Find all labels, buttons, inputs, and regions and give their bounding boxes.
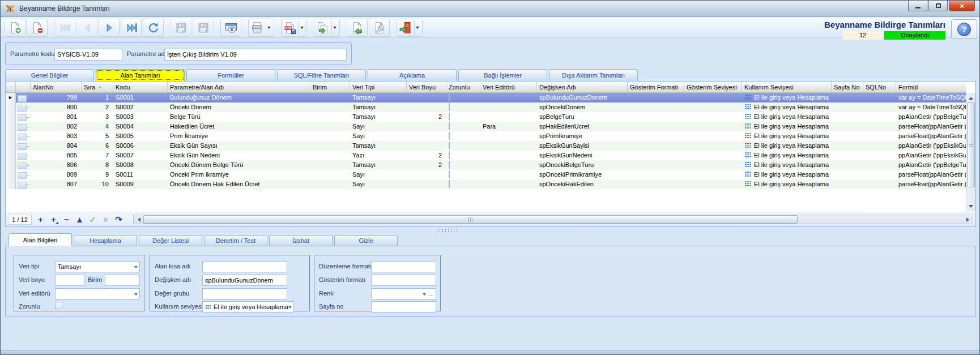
col-header-alan-no[interactable]: AlanNo xyxy=(31,82,82,92)
table-row[interactable]: 8046S0006Eksik Gün SayısıTamsayıspEksikG… xyxy=(6,141,966,151)
navigator-edit-button[interactable]: ▲ xyxy=(73,214,86,225)
zorunlu-checkbox[interactable] xyxy=(449,170,450,178)
veri-tipi-combo[interactable]: Tamsayı xyxy=(55,261,140,272)
col-header-veri-tipi[interactable]: Veri Tipi xyxy=(350,82,407,92)
col-header-veri-boyu[interactable]: Veri Boyu xyxy=(407,82,446,92)
scroll-left-button[interactable] xyxy=(134,215,143,224)
zorunlu-checkbox[interactable] xyxy=(449,132,450,140)
delete-record-button[interactable] xyxy=(27,19,48,37)
zorunlu-checkbox[interactable] xyxy=(449,180,450,188)
gosterim-formati-input[interactable] xyxy=(371,275,436,286)
col-header-sql-no[interactable]: SQLNo xyxy=(863,82,896,92)
kullanim-seviyesi-combo[interactable]: El ile giriş veya Hesaplama xyxy=(202,301,294,313)
table-row[interactable]: 8002S0002Önceki DonemTamsayıspOncekiDone… xyxy=(6,102,966,112)
col-header-gosterim-formati[interactable]: Gösterim Formatı xyxy=(628,82,684,92)
zorunlu-checkbox[interactable] xyxy=(449,122,450,130)
zorunlu-checkbox[interactable] xyxy=(449,113,450,121)
document-tools-button[interactable] xyxy=(369,19,390,37)
col-header-sayfa-no[interactable]: Sayfa No xyxy=(832,82,863,92)
navigator-refresh-button[interactable]: ↷ xyxy=(112,214,125,225)
renk-combo[interactable]: … xyxy=(371,288,436,300)
table-row[interactable]: 80710S0009Önceki Dönem Hak Edilen ÜcretS… xyxy=(6,179,966,189)
scroll-up-button[interactable] xyxy=(966,93,975,102)
tab-aciklama[interactable]: Açıklama xyxy=(368,69,457,81)
table-row[interactable]: ►7991S0001Bulunduğunuz DönemTamsayıspBul… xyxy=(6,93,966,102)
transfer-button[interactable] xyxy=(314,19,340,37)
tab-genel-bilgiler[interactable]: Genel Bilgiler xyxy=(5,69,94,81)
exit-dropdown-arrow[interactable] xyxy=(414,20,420,35)
tab-formuller[interactable]: Formüller xyxy=(186,69,275,81)
table-row[interactable]: 8057S0007Eksik Gün NedeniYazı2spEksikGun… xyxy=(6,151,966,160)
navigator-add-button[interactable]: + xyxy=(34,214,47,225)
duzenleme-formati-input[interactable] xyxy=(371,261,436,272)
tab-disa-aktarim-tanimlari[interactable]: Dışa Aktarım Tanımları xyxy=(549,69,638,81)
col-header-kullanim-seviyesi[interactable]: Kullanım Seviyesi xyxy=(742,82,832,92)
table-row[interactable]: 8024S0004Hakedilen ÜcretSayıParaspHakEdi… xyxy=(6,122,966,131)
zorunlu-checkbox[interactable] xyxy=(449,103,450,111)
detail-tab-alan-bilgileri[interactable]: Alan Bilgileri xyxy=(8,233,72,246)
export-pdf-button[interactable]: PDF xyxy=(281,19,307,37)
detail-tab-denetim-test[interactable]: Denetim / Test xyxy=(204,235,267,246)
navigator-add-child-button[interactable]: + xyxy=(47,214,60,225)
detail-tab-deger-listesi[interactable]: Değer Listesi xyxy=(139,235,202,246)
parameter-name-input[interactable]: İşten Çıkış Bildirim V1.09 xyxy=(164,49,347,61)
vertical-scrollbar-track[interactable] xyxy=(966,187,975,202)
detail-tab-hesaplama[interactable]: Hesaplama xyxy=(74,235,137,246)
horizontal-scrollbar-track[interactable] xyxy=(798,215,963,224)
navigator-cancel-button[interactable]: × xyxy=(99,214,112,225)
scroll-down-button[interactable] xyxy=(966,202,975,211)
birim-input[interactable] xyxy=(105,275,140,286)
deger-grubu-input[interactable] xyxy=(202,288,287,300)
table-row[interactable]: 8068S0008Önceki Dönem Belge TürüTamsayı2… xyxy=(6,160,966,170)
zorunlu-checkbox[interactable] xyxy=(449,93,450,101)
col-header-degisken-adi[interactable]: Değişken Adı xyxy=(537,82,628,92)
splitter-handle[interactable] xyxy=(436,228,458,233)
col-header-gosterim-seviyesi[interactable]: Gösterim Seviyesi xyxy=(684,82,742,92)
table-row[interactable]: 8099S0011Önceki Prim ikramiyeSayıspOncek… xyxy=(6,170,966,179)
col-header-birim[interactable]: Birim xyxy=(310,82,350,92)
navigator-delete-button[interactable]: − xyxy=(60,214,73,225)
table-row[interactable]: 8013S0003Belge TürüTamsayı2spBelgeTuruEl… xyxy=(6,112,966,122)
scroll-right-button[interactable] xyxy=(963,215,973,224)
table-row[interactable]: 8035S0005Prim İkramiyeSayıspPrimIkramiye… xyxy=(6,131,966,141)
parameter-code-input[interactable]: SYSICB-V1.09 xyxy=(54,49,122,61)
export-pdf-dropdown-arrow[interactable] xyxy=(299,20,305,35)
ellipsis-button[interactable]: … xyxy=(428,291,434,297)
tab-sql-filtre-tanimlari[interactable]: SQL/Filtre Tanımları xyxy=(277,69,366,81)
detail-tab-gizle[interactable]: Gizle xyxy=(334,235,398,246)
exit-button[interactable] xyxy=(397,19,423,37)
detail-tab-izahat[interactable]: İzahat xyxy=(269,235,333,246)
print-button[interactable] xyxy=(248,19,274,37)
minimize-button[interactable] xyxy=(908,1,927,11)
zorunlu-checkbox[interactable] xyxy=(449,142,450,149)
vertical-scrollbar[interactable] xyxy=(966,93,975,211)
col-header-veri-editoru[interactable]: Veri Editörü xyxy=(480,82,537,92)
help-button[interactable]: ? xyxy=(951,19,977,39)
alan-kisa-adi-input[interactable] xyxy=(202,261,287,272)
zorunlu-checkbox[interactable] xyxy=(449,161,450,169)
last-record-button[interactable] xyxy=(121,19,142,37)
vertical-scrollbar-thumb[interactable] xyxy=(967,102,975,187)
import-button[interactable] xyxy=(347,19,368,37)
veri-editoru-combo[interactable] xyxy=(55,288,140,300)
tab-bagli-islemler[interactable]: Bağlı İşlemler xyxy=(458,69,547,81)
col-header-sira[interactable]: Sıra▲ xyxy=(82,82,113,92)
next-record-button[interactable] xyxy=(99,19,120,37)
veri-boyu-input[interactable] xyxy=(55,275,84,286)
refresh-button[interactable] xyxy=(143,19,164,37)
navigator-post-button[interactable]: ✓ xyxy=(86,214,99,225)
col-header-kodu[interactable]: Kodu xyxy=(113,82,168,92)
col-header-zorunlu[interactable]: Zorunlu xyxy=(446,82,480,92)
zorunlu-checkbox[interactable] xyxy=(55,302,62,309)
preview-button[interactable] xyxy=(220,19,241,37)
horizontal-scrollbar[interactable] xyxy=(133,215,973,224)
tab-alan-tanimlari[interactable]: Alan Tanımları xyxy=(96,69,185,81)
sayfa-no-input[interactable] xyxy=(371,301,436,313)
print-dropdown-arrow[interactable] xyxy=(266,20,272,35)
transfer-dropdown-arrow[interactable] xyxy=(331,20,338,35)
maximize-button[interactable] xyxy=(928,1,948,11)
col-header-formul[interactable]: Formül xyxy=(896,82,966,92)
horizontal-scrollbar-thumb[interactable] xyxy=(143,215,798,224)
close-button[interactable]: × xyxy=(949,1,975,11)
col-header-parametre-alan-adi[interactable]: Parametre/Alan Adı xyxy=(168,82,310,92)
